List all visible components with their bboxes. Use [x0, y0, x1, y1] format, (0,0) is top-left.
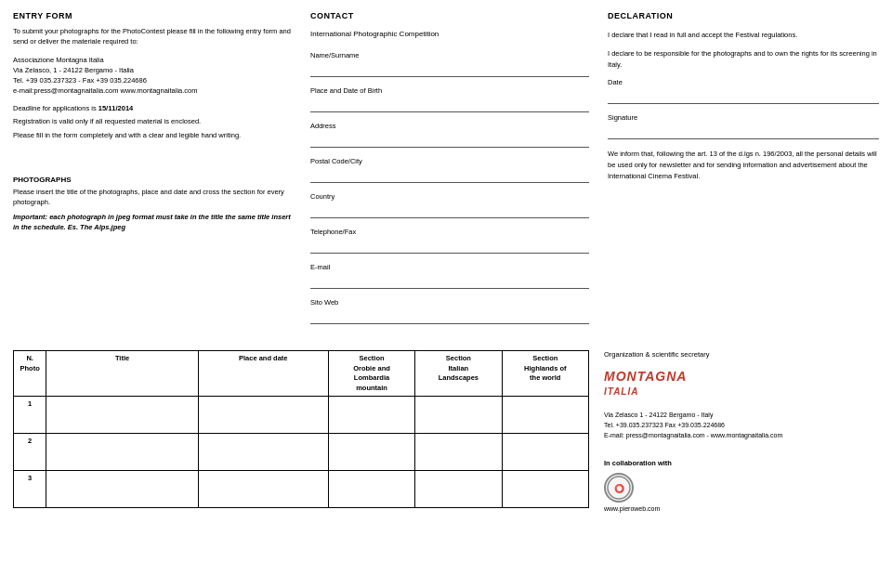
header-section1: Section Orobie and Lombardia mountain	[328, 351, 414, 397]
photographs-title: PHOTOGRAPHS	[13, 176, 292, 184]
assoc-address: Via Zelasco, 1 - 24122 Bergamo - Italia	[13, 65, 292, 75]
label-name-surname: Name/Surname	[310, 51, 589, 59]
row-2-title[interactable]	[46, 434, 198, 471]
assoc-name: Associazione Montagna Italia	[13, 55, 292, 65]
row-3-title[interactable]	[46, 471, 198, 508]
art-text: We inform that, following the art. 13 of…	[608, 149, 879, 182]
input-email[interactable]	[310, 274, 589, 289]
field-country: Country	[310, 192, 589, 218]
entry-intro: To submit your photographs for the Photo…	[13, 26, 292, 47]
row-1-title[interactable]	[46, 397, 198, 434]
label-email: E-mail	[310, 263, 589, 271]
row-1-section3[interactable]	[502, 397, 588, 434]
row-3-place-date[interactable]	[198, 471, 328, 508]
label-sitoweb: Sito Web	[310, 298, 589, 307]
deadline-text: Deadline for applications is 15/11/2014	[13, 104, 292, 112]
label-signature: Signature	[608, 113, 879, 122]
competition-subtitle: International Photographic Competition	[310, 30, 589, 38]
org-address: Via Zelasco 1 - 24122 Bergamo - Italy	[604, 410, 879, 420]
registration-text1: Registration is valid only if all reques…	[13, 116, 292, 126]
org-address-block: Via Zelasco 1 - 24122 Bergamo - Italy Te…	[604, 410, 879, 441]
contact-title: CONTACT	[310, 11, 589, 20]
label-date: Date	[608, 78, 879, 86]
input-name-surname[interactable]	[310, 62, 589, 77]
label-place-dob: Place and Date of Birth	[310, 86, 589, 95]
input-postal[interactable]	[310, 168, 589, 183]
logo-line1: MONTAGNA ITALIA	[604, 370, 879, 399]
registration-text2: Please fill in the form completely and w…	[13, 130, 292, 140]
assoc-email: e-mail:press@montagnaitalia.com www.mont…	[13, 85, 292, 96]
row-1-section2[interactable]	[415, 397, 502, 434]
collab-circle-icon: ⭕	[604, 473, 634, 503]
svg-text:⭕: ⭕	[614, 483, 625, 494]
header-section3: Section Highlands of the world	[502, 351, 588, 397]
field-postal: Postal Code/City	[310, 157, 589, 183]
row-2-num: 2	[14, 434, 46, 471]
photographs-text1: Please insert the title of the photograp…	[13, 187, 292, 208]
organization-part: Organization & scientific secretary MONT…	[589, 350, 879, 512]
input-place-dob[interactable]	[310, 98, 589, 112]
entry-form-column: ENTRY FORM To submit your photographs fo…	[13, 11, 301, 333]
field-signature: Signature	[608, 113, 879, 139]
table-row: 1	[14, 397, 589, 434]
org-tel: Tel. +39.035.237323 Fax +39.035.224686	[604, 420, 879, 430]
header-title: Title	[46, 351, 198, 397]
entry-form-title: ENTRY FORM	[13, 11, 292, 20]
collab-logo-area: ⭕	[604, 473, 879, 503]
photo-table: N. Photo Title Place and date Section Or…	[13, 350, 589, 508]
association-info: Associazione Montagna Italia Via Zelasco…	[13, 55, 292, 97]
input-telephone[interactable]	[310, 239, 589, 254]
contact-column: CONTACT International Photographic Compe…	[301, 11, 598, 333]
field-telephone: Telephone/Fax	[310, 228, 589, 254]
declaration-text1: I declare that I read in full and accept…	[608, 30, 879, 41]
field-address: Address	[310, 122, 589, 148]
bottom-section: N. Photo Title Place and date Section Or…	[13, 350, 879, 512]
row-2-section2[interactable]	[415, 434, 502, 471]
table-row: 3	[14, 471, 589, 508]
field-date: Date	[608, 78, 879, 104]
header-place-date: Place and date	[198, 351, 328, 397]
declaration-column: DECLARATION I declare that I read in ful…	[598, 11, 879, 333]
row-3-section3[interactable]	[502, 471, 588, 508]
label-country: Country	[310, 192, 589, 201]
org-label: Organization & scientific secretary	[604, 350, 879, 359]
row-2-section3[interactable]	[502, 434, 588, 471]
org-email: E-mail: press@montagnaitalia.com - www.m…	[604, 430, 879, 440]
collaboration-section: In collaboration with ⭕ www.pieroweb.com	[604, 459, 879, 512]
row-2-place-date[interactable]	[198, 434, 328, 471]
row-3-num: 3	[14, 471, 46, 508]
photographs-section: PHOTOGRAPHS Please insert the title of t…	[13, 168, 292, 232]
input-address[interactable]	[310, 133, 589, 148]
photo-table-part: N. Photo Title Place and date Section Or…	[13, 350, 589, 512]
collab-label: In collaboration with	[604, 459, 879, 467]
row-1-section1[interactable]	[328, 397, 414, 434]
field-place-dob: Place and Date of Birth	[310, 86, 589, 112]
declaration-text2: I declare to be responsible for the phot…	[608, 48, 879, 71]
header-section2: Section Italian Landscapes	[415, 351, 502, 397]
row-1-num: 1	[14, 397, 46, 434]
header-n: N. Photo	[14, 351, 46, 397]
collab-svg-icon: ⭕	[606, 475, 632, 501]
photographs-text2: Important: each photograph in jpeg forma…	[13, 212, 292, 233]
field-name-surname: Name/Surname	[310, 51, 589, 77]
row-3-section2[interactable]	[415, 471, 502, 508]
field-sitoweb: Sito Web	[310, 298, 589, 324]
input-date[interactable]	[608, 89, 879, 104]
deadline-date: 15/11/2014	[98, 104, 134, 112]
row-2-section1[interactable]	[328, 434, 414, 471]
assoc-phone: Tel. +39 035.237323 - Fax +39 035.224686	[13, 75, 292, 85]
collab-website: www.pieroweb.com	[604, 505, 879, 512]
row-1-place-date[interactable]	[198, 397, 328, 434]
row-3-section1[interactable]	[328, 471, 414, 508]
montagna-logo: MONTAGNA ITALIA	[604, 370, 879, 399]
table-row: 2	[14, 434, 589, 471]
label-address: Address	[310, 122, 589, 130]
declaration-title: DECLARATION	[608, 11, 879, 20]
label-postal: Postal Code/City	[310, 157, 589, 165]
input-country[interactable]	[310, 203, 589, 218]
input-sitoweb[interactable]	[310, 309, 589, 324]
input-signature[interactable]	[608, 124, 879, 139]
field-email: E-mail	[310, 263, 589, 289]
label-telephone: Telephone/Fax	[310, 228, 589, 236]
